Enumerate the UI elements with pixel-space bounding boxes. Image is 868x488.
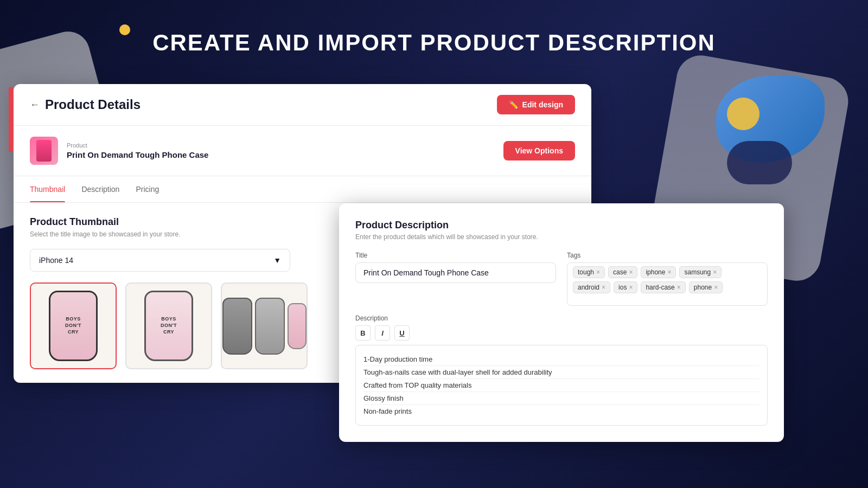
thumbnail-3[interactable]	[221, 282, 308, 369]
page-title-section: CREATE AND IMPORT PRODUCT DESCRIPTION	[0, 30, 868, 56]
desc-line-2: Tough-as-nails case with dual-layer shel…	[363, 366, 760, 379]
desc-line-1: 1-Day production time	[363, 353, 760, 366]
description-field-section: Description B I U 1-Day production time …	[355, 314, 768, 426]
desc-line-4: Glossy finish	[363, 392, 760, 405]
back-button[interactable]: ←	[30, 99, 40, 111]
phone-pink-side	[288, 303, 307, 349]
tab-thumbnail[interactable]: Thumbnail	[30, 176, 65, 202]
red-accent-bar	[9, 87, 13, 152]
thumbnail-1[interactable]: BOYSDON'TCRY	[30, 282, 117, 369]
tag-samsung: samsung ×	[679, 266, 722, 278]
tag-android: android ×	[573, 281, 610, 293]
product-info-left: Product Print On Demand Tough Phone Case	[30, 137, 208, 165]
desc-line-3: Crafted from TOP quality materials	[363, 379, 760, 392]
tag-ios-remove[interactable]: ×	[629, 284, 633, 291]
tag-tough-remove[interactable]: ×	[596, 268, 600, 276]
tag-case-remove[interactable]: ×	[629, 268, 633, 276]
description-label: Description	[355, 314, 768, 322]
panel-title: Product Details	[45, 97, 141, 112]
bold-button[interactable]: B	[355, 325, 371, 341]
title-field-group: Title	[355, 252, 556, 306]
tag-phone-remove[interactable]: ×	[714, 284, 718, 291]
tag-phone: phone ×	[689, 281, 723, 293]
product-text: Product Print On Demand Tough Phone Case	[67, 142, 208, 159]
bg-decoration-yellow-circle	[727, 98, 760, 130]
product-info-row: Product Print On Demand Tough Phone Case…	[14, 126, 591, 176]
title-input[interactable]	[355, 262, 556, 283]
view-options-button[interactable]: View Options	[503, 141, 575, 160]
edit-design-button[interactable]: ✏️ Edit design	[497, 95, 575, 114]
phone-grey-1	[222, 298, 252, 355]
tag-android-remove[interactable]: ×	[602, 284, 605, 291]
description-panel: Product Description Enter the product de…	[339, 203, 784, 442]
phone-case-pink-1: BOYSDON'TCRY	[49, 291, 98, 361]
page-title: CREATE AND IMPORT PRODUCT DESCRIPTION	[0, 30, 868, 56]
phone-grey-2	[255, 298, 285, 355]
edit-design-label: Edit design	[522, 100, 563, 109]
product-thumb-inner	[36, 140, 52, 162]
phone-case-group	[222, 298, 307, 355]
underline-button[interactable]: U	[394, 325, 410, 341]
desc-form-row: Title Tags tough × case × iphone ×	[355, 252, 768, 306]
tags-container[interactable]: tough × case × iphone × samsung × androi…	[567, 262, 768, 306]
rich-text-toolbar: B I U	[355, 325, 768, 341]
tag-samsung-remove[interactable]: ×	[713, 268, 717, 276]
dropdown-value: iPhone 14	[39, 256, 73, 265]
description-panel-title: Product Description	[355, 220, 768, 231]
product-thumbnail-icon	[30, 137, 58, 165]
desc-line-5: Non-fade prints	[363, 405, 760, 418]
tabs-row: Thumbnail Description Pricing	[14, 176, 591, 203]
tag-case: case ×	[608, 266, 637, 278]
tag-hard-case-remove[interactable]: ×	[677, 284, 681, 291]
pencil-icon: ✏️	[509, 100, 518, 109]
tag-tough: tough ×	[573, 266, 605, 278]
back-nav: ← Product Details	[30, 97, 141, 112]
title-label: Title	[355, 252, 556, 259]
tab-pricing[interactable]: Pricing	[136, 176, 159, 202]
bg-decoration-dark-shape	[727, 141, 792, 184]
product-name: Print On Demand Tough Phone Case	[67, 150, 208, 159]
tags-field-group: Tags tough × case × iphone × samsung ×	[567, 252, 768, 306]
description-panel-subtitle: Enter the product details which will be …	[355, 233, 768, 241]
tab-description[interactable]: Description	[81, 176, 119, 202]
tag-ios: ios ×	[614, 281, 637, 293]
tags-label: Tags	[567, 252, 768, 259]
chevron-down-icon: ▼	[273, 256, 281, 265]
iphone-model-dropdown[interactable]: iPhone 14 ▼	[30, 249, 290, 272]
product-label: Product	[67, 142, 208, 149]
phone-case-pink-2: BOYSDON'TCRY	[144, 291, 193, 361]
panel-header: ← Product Details ✏️ Edit design	[14, 84, 591, 126]
thumbnail-2[interactable]: BOYSDON'TCRY	[125, 282, 212, 369]
description-content[interactable]: 1-Day production time Tough-as-nails cas…	[355, 345, 768, 426]
italic-button[interactable]: I	[375, 325, 390, 341]
tag-iphone-remove[interactable]: ×	[667, 268, 671, 276]
tag-iphone: iphone ×	[641, 266, 676, 278]
tag-hard-case: hard-case ×	[641, 281, 685, 293]
